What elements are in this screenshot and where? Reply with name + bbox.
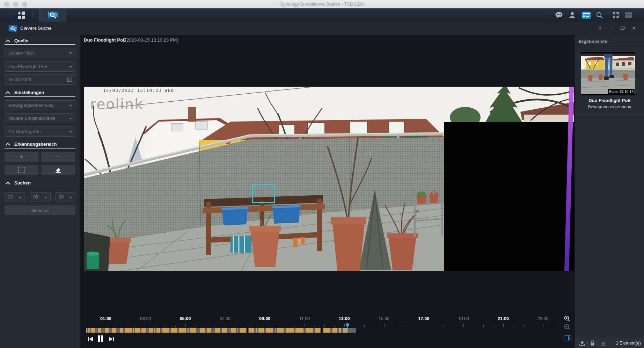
timeline-motion-event-segment[interactable]	[135, 328, 140, 333]
timeline-motion-event-segment[interactable]	[162, 328, 169, 333]
timeline-motion-event-segment[interactable]	[229, 328, 229, 333]
select-area-button[interactable]	[5, 165, 38, 175]
section-label: Einstellungen	[14, 90, 44, 95]
timeline-motion-event-segment[interactable]	[105, 328, 109, 333]
fullscreen-button[interactable]	[610, 8, 621, 22]
notifications-button[interactable]	[553, 8, 564, 22]
timeline-motion-event-segment[interactable]	[275, 328, 276, 333]
timeline-motion-event-segment[interactable]	[306, 328, 314, 333]
object-size-select[interactable]: 2 x Objektgröße	[5, 126, 75, 137]
timeline-motion-event-segment[interactable]	[200, 328, 205, 333]
timeline-motion-event-segment[interactable]	[207, 328, 211, 333]
result-item-thumbnail[interactable]: Heute 13:10:15	[581, 52, 635, 95]
section-erkennungsbereich[interactable]: Erkennungsbereich	[0, 142, 80, 147]
timeline-motion-event-segment[interactable]	[295, 328, 303, 333]
camera-select[interactable]: Duo Floodlight PoE	[5, 61, 75, 72]
next-frame-button[interactable]	[109, 336, 115, 343]
timeline-motion-event-segment[interactable]	[266, 328, 273, 333]
timeline-motion-event-segment[interactable]	[154, 328, 155, 333]
minimize-button[interactable]: –	[607, 25, 616, 32]
timeline-motion-event-segment[interactable]	[343, 328, 348, 333]
timeline-playhead[interactable]	[346, 323, 349, 326]
timeline-motion-event-segment[interactable]	[125, 328, 132, 333]
timeline-motion-event-segment[interactable]	[147, 328, 147, 333]
timeline-motion-event-segment[interactable]	[190, 328, 196, 333]
timeline-recording-segment[interactable]	[86, 328, 247, 333]
sensitivity-select[interactable]: Mittlere Empfindlichkeit	[5, 113, 75, 123]
download-button[interactable]	[579, 341, 585, 347]
timeline-motion-event-segment[interactable]	[89, 328, 90, 333]
results-panel-toggle-button[interactable]	[564, 335, 572, 343]
timeline-playhead-line[interactable]	[347, 326, 348, 333]
menu-button[interactable]	[622, 8, 634, 22]
license-button[interactable]	[580, 8, 592, 22]
help-button[interactable]: ?	[596, 25, 604, 32]
timeline-motion-event-segment[interactable]	[213, 328, 213, 333]
timeline-motion-event-segment[interactable]	[88, 328, 89, 333]
search-button[interactable]	[594, 8, 605, 22]
timeline-motion-event-segment[interactable]	[198, 328, 198, 333]
timeline-motion-event-segment[interactable]	[249, 328, 254, 333]
timeline-motion-event-segment[interactable]	[110, 328, 110, 333]
separator	[607, 12, 607, 19]
main-menu-button[interactable]	[10, 8, 32, 22]
timeline-motion-event-segment[interactable]	[222, 328, 227, 333]
user-button[interactable]	[566, 8, 578, 22]
timeline-recording-segment[interactable]	[248, 328, 321, 333]
video-player[interactable]: 15/03/2023 13:10:23 WED reolink	[84, 87, 574, 271]
close-button[interactable]: ✕	[630, 25, 638, 32]
timeline-motion-event-segment[interactable]	[179, 328, 186, 333]
second-select[interactable]: 30	[56, 192, 75, 202]
pause-button[interactable]	[98, 335, 103, 343]
timeline-motion-event-segment[interactable]	[258, 328, 264, 333]
timeline-motion-event-segment[interactable]	[96, 328, 96, 333]
event-type-select[interactable]: Bewegungserkennung	[5, 100, 75, 110]
detection-area-box[interactable]	[252, 184, 275, 203]
timeline-motion-event-segment[interactable]	[351, 328, 351, 333]
timeline-zoom-in-button[interactable]	[564, 316, 570, 323]
timeline-motion-event-segment[interactable]	[133, 328, 133, 333]
timeline-motion-event-segment[interactable]	[86, 328, 87, 333]
date-field[interactable]: 15.03.2023	[5, 74, 75, 85]
clear-results-button[interactable]	[600, 341, 607, 347]
go-to-button[interactable]: Gehe zu	[5, 205, 75, 215]
timeline-motion-event-segment[interactable]	[91, 328, 95, 333]
timeline-tick	[454, 326, 454, 327]
timeline-motion-event-segment[interactable]	[120, 328, 123, 333]
timeline-motion-event-segment[interactable]	[118, 328, 118, 333]
timeline-motion-event-segment[interactable]	[256, 328, 257, 333]
timeline-motion-event-segment[interactable]	[156, 328, 160, 333]
lock-button[interactable]	[590, 340, 595, 347]
previous-frame-button[interactable]	[87, 336, 93, 343]
timeline-motion-event-segment[interactable]	[237, 328, 238, 333]
timeline-motion-event-segment[interactable]	[315, 328, 320, 333]
timeline-motion-event-segment[interactable]	[171, 328, 177, 333]
timeline-motion-event-segment[interactable]	[98, 328, 101, 333]
timeline-motion-event-segment[interactable]	[188, 328, 188, 333]
timeline-motion-event-segment[interactable]	[286, 328, 294, 333]
timeline-motion-event-segment[interactable]	[215, 328, 220, 333]
restore-button[interactable]	[619, 25, 627, 32]
section-suchen[interactable]: Suchen	[0, 180, 80, 186]
area-zoom-in-button[interactable]: +	[5, 152, 38, 162]
section-einstellungen[interactable]: Einstellungen	[0, 90, 80, 95]
timeline-motion-event-segment[interactable]	[112, 328, 116, 333]
timeline-motion-event-segment[interactable]	[141, 328, 145, 333]
timeline-motion-event-segment[interactable]	[323, 328, 330, 333]
timeline-motion-event-segment[interactable]	[277, 328, 284, 333]
timeline-motion-event-segment[interactable]	[240, 328, 246, 333]
section-quelle[interactable]: Quelle	[0, 38, 80, 44]
tab-smart-search[interactable]	[39, 8, 66, 22]
timeline-motion-event-segment[interactable]	[103, 328, 103, 333]
timeline-motion-event-segment[interactable]	[339, 328, 341, 333]
timeline-motion-event-segment[interactable]	[332, 328, 337, 333]
erase-area-button[interactable]	[41, 165, 75, 175]
timeline-recording-segment[interactable]	[323, 328, 356, 333]
timeline-motion-event-segment[interactable]	[231, 328, 236, 333]
timeline-zoom-out-button[interactable]	[564, 324, 570, 332]
area-zoom-out-button[interactable]: −	[41, 152, 75, 162]
minute-select[interactable]: 09	[30, 192, 51, 202]
server-select[interactable]: Lokaler Host	[5, 48, 75, 58]
timeline-motion-event-segment[interactable]	[149, 328, 153, 333]
hour-select[interactable]: 13	[5, 192, 25, 202]
